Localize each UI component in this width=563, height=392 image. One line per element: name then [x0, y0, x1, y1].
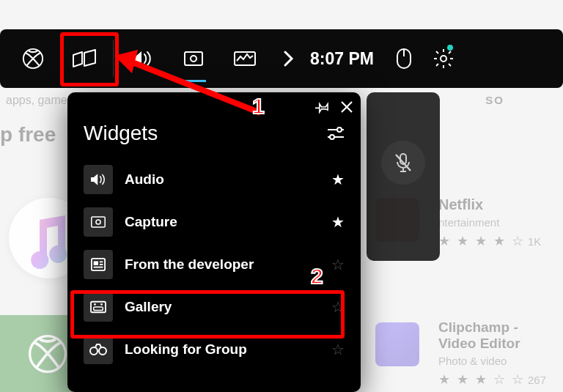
svg-line-13	[449, 64, 451, 66]
svg-line-14	[449, 51, 451, 53]
pin-icon	[315, 100, 330, 114]
app-rating: ★ ★ ★ ★ ☆1K	[438, 233, 541, 249]
app-title[interactable]: Netflix	[438, 196, 541, 213]
widgets-list: Audio ★ Capture ★ From the developer ☆ G…	[67, 155, 361, 371]
favorite-star-icon[interactable]: ☆	[328, 341, 347, 358]
chevron-right-icon	[282, 50, 294, 67]
gallery-icon	[84, 292, 113, 322]
widgets-settings-button[interactable]	[327, 127, 345, 140]
widget-label: Looking for Group	[125, 341, 317, 358]
capture-mic-panel	[367, 92, 440, 261]
top-free-heading: p free	[0, 123, 56, 147]
svg-rect-2	[185, 52, 202, 65]
gear-icon	[433, 48, 454, 69]
game-bar: 8:07 PM	[0, 29, 563, 88]
xbox-button[interactable]	[7, 33, 59, 84]
speaker-icon	[84, 165, 113, 194]
audio-button[interactable]	[117, 33, 168, 84]
active-tab-indicator	[181, 80, 206, 82]
widget-label: Audio	[125, 171, 317, 188]
binoculars-icon	[84, 335, 113, 364]
svg-point-23	[96, 220, 100, 224]
performance-icon	[233, 50, 257, 67]
svg-point-19	[337, 127, 342, 132]
favorite-star-icon[interactable]: ☆	[328, 298, 347, 316]
svg-point-3	[191, 56, 196, 62]
svg-point-0	[30, 336, 66, 371]
widget-item-audio[interactable]: Audio ★	[78, 158, 353, 201]
svg-point-7	[441, 56, 446, 62]
widgets-menu-button[interactable]	[59, 33, 110, 84]
mic-muted-icon	[394, 152, 413, 173]
performance-button[interactable]	[219, 33, 271, 84]
app-rating: ★ ★ ★ ☆ ☆267	[438, 371, 556, 388]
close-icon	[340, 100, 353, 114]
widgets-icon	[72, 49, 97, 68]
widget-label: From the developer	[125, 256, 317, 273]
widgets-title: Widgets	[84, 122, 158, 145]
app-category: Photo & video	[438, 355, 556, 367]
app-category: ntertainment	[438, 216, 541, 229]
svg-point-33	[90, 347, 97, 355]
mic-mute-button[interactable]	[381, 141, 425, 185]
widget-item-lfg[interactable]: Looking for Group ☆	[78, 328, 353, 371]
separator	[113, 40, 114, 77]
input-device-button[interactable]	[384, 33, 424, 84]
notification-dot	[447, 45, 453, 51]
sliders-icon	[327, 127, 345, 140]
pin-button[interactable]	[315, 100, 330, 114]
svg-rect-32	[94, 307, 103, 311]
widget-label: Capture	[125, 214, 317, 230]
svg-line-15	[436, 64, 438, 66]
annotation-number-2: 2	[311, 264, 323, 289]
xbox-icon	[29, 335, 67, 373]
speaker-icon	[131, 49, 153, 68]
widget-label: Gallery	[125, 299, 317, 315]
annotation-number-1: 1	[252, 94, 265, 119]
news-icon	[84, 250, 113, 279]
favorite-star-icon[interactable]: ★	[328, 171, 347, 188]
xbox-icon	[22, 48, 44, 70]
clock: 8:07 PM	[310, 49, 374, 69]
svg-point-30	[94, 303, 96, 306]
capture-icon	[84, 207, 113, 237]
clipchamp-tile[interactable]	[375, 322, 419, 366]
app-title[interactable]: Clipchamp - Video Editor	[438, 319, 556, 352]
svg-rect-25	[94, 261, 98, 265]
svg-point-21	[330, 135, 334, 139]
favorite-star-icon[interactable]: ☆	[328, 256, 347, 273]
widget-item-gallery[interactable]: Gallery ☆	[78, 286, 353, 328]
so-badge: SO	[485, 94, 504, 106]
capture-button[interactable]	[168, 33, 219, 84]
favorite-star-icon[interactable]: ★	[328, 213, 347, 231]
mouse-icon	[396, 48, 412, 70]
svg-line-12	[436, 51, 438, 53]
svg-point-34	[99, 347, 106, 355]
capture-icon	[183, 49, 204, 68]
svg-rect-22	[92, 217, 105, 227]
svg-point-31	[100, 303, 103, 306]
settings-button[interactable]	[424, 33, 463, 84]
widgets-panel: Widgets Audio ★ Capture ★	[67, 92, 361, 392]
close-button[interactable]	[340, 100, 353, 114]
more-widgets-chevron[interactable]	[271, 33, 306, 84]
widget-item-capture[interactable]: Capture ★	[78, 201, 353, 243]
